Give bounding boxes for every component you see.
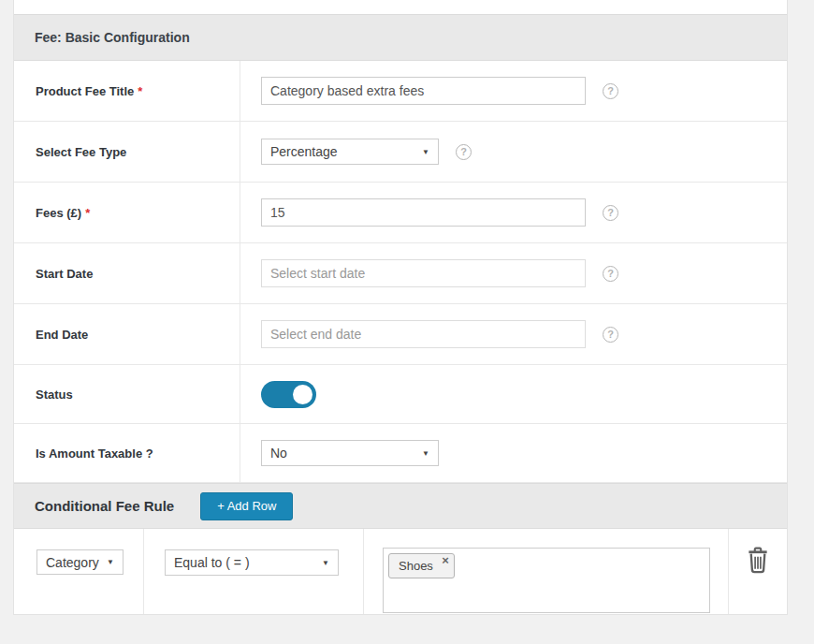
fees-label: Fees (£) bbox=[36, 206, 81, 220]
tag-label: Shoes bbox=[399, 559, 433, 573]
end-date-label: End Date bbox=[36, 328, 88, 342]
conditional-rule-row: Category ▼ Equal to ( = ) ▼ Shoes × bbox=[14, 529, 787, 614]
rule-operator-selected-value: Equal to ( = ) bbox=[174, 555, 250, 570]
fee-type-label: Select Fee Type bbox=[36, 145, 126, 159]
conditional-fee-rule-header: Conditional Fee Rule + Add Row bbox=[14, 483, 787, 529]
remove-tag-button[interactable]: × bbox=[442, 554, 449, 567]
basic-config-header: Fee: Basic Configuration bbox=[14, 14, 787, 61]
fee-type-selected-value: Percentage bbox=[270, 144, 338, 159]
taxable-label: Is Amount Taxable ? bbox=[36, 446, 153, 461]
row-end-date: End Date ? bbox=[14, 304, 787, 365]
toggle-knob bbox=[293, 385, 313, 404]
end-date-input[interactable] bbox=[261, 320, 586, 348]
status-toggle[interactable] bbox=[261, 381, 316, 408]
chevron-down-icon: ▼ bbox=[422, 449, 429, 458]
chevron-down-icon: ▼ bbox=[422, 148, 429, 156]
status-label: Status bbox=[36, 388, 73, 402]
product-fee-title-label: Product Fee Title bbox=[36, 84, 134, 98]
help-icon[interactable]: ? bbox=[456, 144, 472, 160]
add-row-button[interactable]: + Add Row bbox=[200, 492, 293, 520]
help-icon[interactable]: ? bbox=[603, 327, 618, 343]
taxable-select[interactable]: No ▼ bbox=[261, 440, 439, 466]
fees-input[interactable] bbox=[261, 198, 586, 227]
product-fee-title-input[interactable] bbox=[261, 77, 586, 105]
rule-field-select[interactable]: Category ▼ bbox=[36, 549, 124, 575]
help-icon[interactable]: ? bbox=[603, 83, 618, 99]
row-fees: Fees (£) * ? bbox=[14, 183, 787, 243]
start-date-input[interactable] bbox=[261, 259, 586, 287]
basic-config-title: Fee: Basic Configuration bbox=[35, 30, 190, 45]
start-date-label: Start Date bbox=[36, 267, 93, 281]
trash-icon bbox=[746, 546, 770, 577]
row-start-date: Start Date ? bbox=[14, 243, 787, 304]
fee-type-select[interactable]: Percentage ▼ bbox=[261, 139, 439, 165]
delete-rule-button[interactable] bbox=[744, 546, 772, 576]
rule-operator-select[interactable]: Equal to ( = ) ▼ bbox=[165, 549, 339, 576]
row-select-fee-type: Select Fee Type Percentage ▼ ? bbox=[14, 122, 787, 183]
required-asterisk: * bbox=[138, 84, 142, 98]
selected-value-tag: Shoes × bbox=[388, 553, 455, 578]
taxable-selected-value: No bbox=[270, 446, 287, 461]
row-is-amount-taxable: Is Amount Taxable ? No ▼ bbox=[14, 424, 787, 483]
fee-config-panel: Fee: Basic Configuration Product Fee Tit… bbox=[13, 0, 788, 615]
help-icon[interactable]: ? bbox=[603, 266, 618, 282]
conditional-fee-rule-title: Conditional Fee Rule bbox=[35, 498, 174, 514]
chevron-down-icon: ▼ bbox=[107, 558, 114, 566]
help-icon[interactable]: ? bbox=[603, 205, 618, 221]
required-asterisk: * bbox=[85, 206, 90, 220]
row-status: Status bbox=[14, 365, 787, 424]
chevron-down-icon: ▼ bbox=[322, 559, 329, 567]
rule-field-selected-value: Category bbox=[46, 555, 99, 570]
rule-values-multiselect[interactable]: Shoes × bbox=[383, 548, 710, 613]
row-product-fee-title: Product Fee Title * ? bbox=[14, 61, 787, 122]
